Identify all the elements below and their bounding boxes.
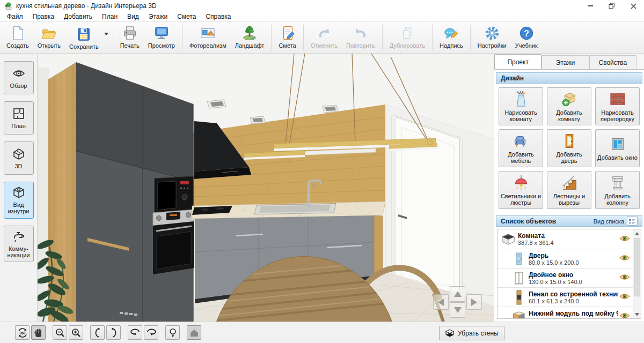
settings-button[interactable]: Настройки [473,23,511,52]
svg-text:?: ? [524,29,529,38]
list-item-room[interactable]: Комната 387.8 x 361.4 [497,229,633,249]
panel-tabs: Проект Этажи Свойства [494,54,644,70]
double-window-icon [513,271,525,285]
tab-properties[interactable]: Свойства [589,55,636,69]
home-view-button[interactable] [187,325,201,340]
close-icon [631,3,636,9]
scroll-down-button[interactable] [633,310,641,318]
sidebar-item-overview[interactable]: Обзор [4,61,34,94]
orbit-right-button[interactable] [144,325,158,340]
photorealism-icon [200,25,216,41]
zoom-in-button[interactable] [69,325,83,340]
nav-right-button[interactable] [466,294,482,310]
draw-room-button[interactable]: Нарисовать комнату [499,87,543,125]
nav-down-button[interactable] [450,302,465,318]
add-door-icon [561,132,578,150]
preview-button[interactable]: Просмотр [144,23,179,52]
zoom-in-icon [71,327,82,338]
sidebar-item-communications[interactable]: Комму-никации [4,226,34,263]
app-window: кухня стильная дерево - Дизайн Интерьера… [0,0,644,343]
tab-project[interactable]: Проект [494,54,541,69]
estimate-button[interactable]: Смета [274,23,300,52]
add-window-button[interactable]: Добавить окно [595,129,640,167]
arrow-down-icon [635,313,639,316]
viewport-3d[interactable] [38,54,494,322]
nav-up-button[interactable] [450,286,465,302]
list-item-double-window[interactable]: Двойное окно 130.0 x 15.0 x 140.0 [497,268,633,287]
zoom-out-button[interactable] [53,325,67,340]
pan-button[interactable] [31,325,46,340]
lamps-icon [513,174,530,191]
save-dropdown-button[interactable] [103,33,110,35]
oven [153,210,194,274]
restore-button[interactable] [601,0,623,12]
toolbar-separator [432,25,433,50]
duplicate-button[interactable]: Дублировать [385,23,429,52]
visibility-toggle[interactable] [619,312,630,318]
house-3d-icon [12,147,26,161]
photorealism-button[interactable]: Фотореализм [185,23,231,52]
sidebar-item-3d[interactable]: 3D [4,141,34,175]
list-item-tall-cabinet[interactable]: Пенал со встроенной техникой 60.1 x 61.3… [497,287,633,307]
sidebar-item-interior-view[interactable]: Вид изнутри [4,182,34,219]
print-button[interactable]: Печать [116,23,144,52]
list-item-door[interactable]: Дверь 80.0 x 15.0 x 200.0 [497,249,633,268]
zoom-out-icon [55,327,65,338]
add-door-button[interactable]: Добавить дверь [547,129,591,167]
restore-icon [609,3,615,9]
visibility-toggle[interactable] [619,273,630,282]
preview-icon [153,25,170,41]
new-button[interactable]: Создать [2,23,33,52]
scrollbar-thumb[interactable] [634,238,640,296]
add-room-icon [561,91,578,108]
tutorial-button[interactable]: ? Учебник [511,23,542,52]
visibility-toggle[interactable] [619,235,630,244]
nav-left-button[interactable] [433,294,449,310]
open-button[interactable]: Открыть [33,23,65,52]
light-button[interactable] [165,325,180,340]
draw-room-icon [513,91,530,108]
stairs-button[interactable]: Лестницы и вырезы [547,171,591,209]
add-column-button[interactable]: Добавить колонну [595,171,640,209]
rotate-view-cw-button[interactable] [106,325,121,340]
list-item-sink-module[interactable]: Нижний модуль под мойку 90 см 90.0 x 60.… [497,307,633,318]
toolbar-separator [271,25,272,50]
menu-floors[interactable]: Этажи [144,13,172,20]
menu-edit[interactable]: Правка [28,13,60,20]
title-bar: кухня стильная дерево - Дизайн Интерьера… [0,0,644,12]
undo-button[interactable]: Отменить [306,23,342,52]
menu-view[interactable]: Вид [122,13,144,20]
redo-icon [353,25,369,41]
visibility-toggle[interactable] [619,254,630,263]
menu-estimate[interactable]: Смета [172,13,201,20]
menu-add[interactable]: Добавить [59,13,97,20]
draw-partition-button[interactable]: Нарисовать перегородку [595,87,640,125]
redo-button[interactable]: Повторить [342,23,379,52]
tab-floors[interactable]: Этажи [541,55,589,69]
menu-plan[interactable]: План [97,13,122,20]
faucet-icon [12,229,26,243]
close-button[interactable] [623,0,644,12]
annotation-button[interactable]: Надпись [435,23,467,52]
visibility-toggle[interactable] [619,293,630,302]
arrow-left-icon [438,299,444,306]
menu-file[interactable]: Файл [2,13,28,20]
remove-walls-button[interactable]: Убрать стены [439,326,504,340]
save-button[interactable]: Сохранить [65,24,103,51]
orbit-left-button[interactable] [128,325,142,340]
sidebar-item-plan[interactable]: План [4,101,34,135]
view-list-label: Вид списка [594,218,624,225]
rotate-360-button[interactable]: 360 [15,325,30,340]
rotate-view-ccw-button[interactable] [90,325,105,340]
add-room-button[interactable]: Добавить комнату [547,87,591,125]
lamps-button[interactable]: Светильники и люстры [499,171,543,209]
add-furniture-button[interactable]: Добавить мебель [499,129,543,167]
object-list-scrollbar[interactable] [633,229,641,318]
minimize-button[interactable] [580,0,601,12]
menu-help[interactable]: Справка [201,13,236,20]
objects-header: Список объектов Вид списка [496,215,642,227]
scroll-up-button[interactable] [633,229,641,237]
landscape-button[interactable]: Ландшафт [231,23,269,52]
view-list-button[interactable] [627,217,638,226]
orbit-right-icon [146,327,157,338]
